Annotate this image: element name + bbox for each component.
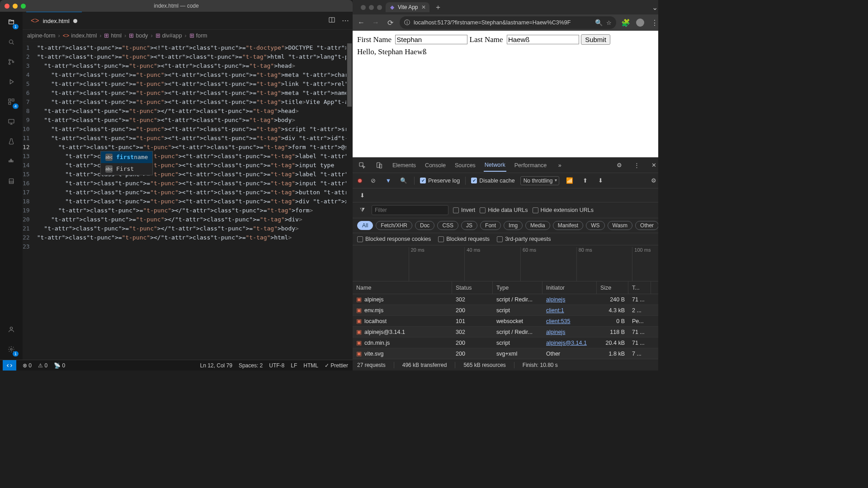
network-settings-icon[interactable]: ⚙ — [649, 176, 658, 186]
extensions-puzzle-icon[interactable]: 🧩 — [621, 18, 631, 28]
breadcrumbs[interactable]: alpine-form› <>index.html› ⊞html› ⊞body›… — [23, 30, 353, 42]
browser-tab[interactable]: ◆ Vite App ✕ — [386, 2, 429, 12]
code-editor[interactable]: 1234567891011121314151617181920212223 "t… — [23, 42, 353, 360]
autocomplete-item[interactable]: abcfirstname — [101, 151, 152, 163]
type-chip[interactable]: Other — [635, 221, 658, 230]
forward-button[interactable]: → — [371, 18, 381, 28]
table-row[interactable]: ▣cdn.min.js200scriptalpinejs@3.14.120.4 … — [353, 338, 658, 348]
type-chip[interactable]: All — [357, 221, 373, 230]
autocomplete-popup[interactable]: abcfirstnameabcFirst — [100, 151, 153, 175]
warnings-count[interactable]: ⚠ 0 — [38, 362, 47, 369]
filter-input[interactable] — [372, 205, 448, 215]
inspect-element-icon[interactable] — [357, 160, 367, 170]
explorer-icon[interactable]: 1 — [5, 16, 17, 28]
invert-checkbox[interactable]: Invert — [453, 207, 475, 213]
type-chip[interactable]: CSS — [437, 221, 458, 230]
waterfall-overview[interactable]: 20 ms40 ms60 ms80 ms100 ms — [353, 245, 658, 282]
filter-toggle-icon[interactable]: ▼ — [383, 176, 393, 186]
autocomplete-item[interactable]: abcFirst — [101, 163, 152, 175]
search-network-icon[interactable]: 🔍 — [399, 176, 409, 186]
type-chip[interactable]: Img — [504, 221, 523, 230]
import-har-icon[interactable]: ⬆ — [580, 176, 590, 186]
tab-elements[interactable]: Elements — [392, 160, 417, 171]
type-chip[interactable]: Doc — [415, 221, 434, 230]
minimize-dot-icon[interactable] — [369, 5, 374, 10]
third-party-checkbox[interactable]: 3rd-party requests — [497, 236, 551, 242]
throttling-select[interactable]: No throttling — [520, 176, 560, 185]
record-button[interactable] — [357, 178, 363, 183]
devtools-kebab-icon[interactable]: ⋮ — [632, 160, 642, 170]
remote-explorer-icon[interactable] — [5, 116, 17, 127]
bookmark-star-icon[interactable]: ☆ — [606, 19, 612, 26]
first-name-input[interactable] — [395, 35, 467, 44]
kebab-menu-icon[interactable]: ⋮ — [650, 18, 658, 28]
site-info-icon[interactable]: ⓘ — [404, 19, 410, 27]
eol[interactable]: LF — [291, 362, 297, 369]
submit-button[interactable] — [581, 34, 610, 45]
traffic-lights-inactive[interactable] — [361, 5, 382, 10]
testing-icon[interactable] — [5, 136, 17, 147]
more-actions-icon[interactable]: ⋯ — [342, 16, 349, 25]
chevron-down-icon[interactable]: ⌄ — [650, 2, 658, 12]
encoding[interactable]: UTF-8 — [269, 362, 284, 369]
clear-icon[interactable]: ⊘ — [368, 176, 378, 186]
table-row[interactable]: ▣env.mjs200scriptclient:14.3 kB2 ... — [353, 305, 658, 316]
zoom-icon[interactable]: 🔍 — [595, 19, 603, 26]
tab-console[interactable]: Console — [424, 160, 447, 171]
table-header[interactable]: NameStatusTypeInitiatorSizeT... — [353, 282, 658, 294]
type-chip[interactable]: JS — [461, 221, 477, 230]
table-row[interactable]: ▣localhost101websocketclient:5350 BPe... — [353, 316, 658, 327]
account-icon[interactable] — [5, 324, 17, 335]
reload-button[interactable]: ⟳ — [385, 18, 395, 28]
port-indicator[interactable]: 📡 0 — [54, 362, 65, 369]
new-tab-button[interactable]: ＋ — [433, 2, 443, 12]
column-header[interactable]: Type — [493, 282, 542, 294]
table-row[interactable]: ▣vite.svg200svg+xmlOther1.8 kB7 ... — [353, 348, 658, 359]
language-mode[interactable]: HTML — [303, 362, 318, 369]
close-tab-icon[interactable]: ✕ — [421, 4, 426, 10]
type-chip[interactable]: Wasm — [608, 221, 633, 230]
settings-gear-icon[interactable]: 1 — [5, 343, 17, 355]
tab-index-html[interactable]: <> index.html — [26, 12, 82, 29]
last-name-input[interactable] — [507, 35, 579, 44]
search-icon[interactable] — [5, 36, 17, 48]
type-chip[interactable]: Font — [480, 221, 501, 230]
type-chip[interactable]: Media — [525, 221, 550, 230]
table-row[interactable]: ▣alpinejs@3.14.1302script / Redir...alpi… — [353, 327, 658, 338]
filter-funnel-icon[interactable]: ⧩ — [357, 205, 367, 215]
type-chip[interactable]: Fetch/XHR — [376, 221, 412, 230]
devtools-settings-icon[interactable]: ⚙ — [614, 160, 624, 170]
device-toggle-icon[interactable] — [374, 160, 384, 170]
type-chip[interactable]: WS — [586, 221, 604, 230]
prettier-status[interactable]: ✓ Prettier — [325, 362, 348, 369]
profile-avatar-icon[interactable] — [635, 18, 645, 28]
blocked-requests-checkbox[interactable]: Blocked requests — [438, 236, 490, 242]
table-row[interactable]: ▣alpinejs302script / Redir...alpinejs240… — [353, 294, 658, 305]
blocked-cookies-checkbox[interactable]: Blocked response cookies — [357, 236, 431, 242]
network-conditions-icon[interactable]: 📶 — [565, 176, 575, 186]
column-header[interactable]: T... — [628, 282, 651, 294]
disable-cache-checkbox[interactable]: ✔Disable cache — [471, 178, 515, 184]
source-control-icon[interactable] — [5, 56, 17, 68]
download-icon[interactable]: ⬇ — [357, 190, 367, 200]
docker-icon[interactable] — [5, 155, 17, 167]
back-button[interactable]: ← — [356, 18, 366, 28]
column-header[interactable]: Name — [353, 282, 452, 294]
preserve-log-checkbox[interactable]: ✔Preserve log — [420, 178, 460, 184]
omnibox[interactable]: ⓘ localhost:5173/?firstname=Stephan&last… — [400, 16, 616, 29]
tab-network[interactable]: Network — [484, 159, 506, 172]
close-dot-icon[interactable] — [361, 5, 366, 10]
tab-sources[interactable]: Sources — [454, 160, 476, 171]
run-debug-icon[interactable] — [5, 76, 17, 88]
column-header[interactable]: Initiator — [542, 282, 597, 294]
hide-extension-urls-checkbox[interactable]: Hide extension URLs — [533, 207, 594, 213]
remote-indicator-icon[interactable] — [3, 360, 16, 371]
minimap[interactable] — [346, 42, 353, 360]
bookmarks-icon[interactable] — [5, 175, 17, 187]
errors-count[interactable]: ⊗ 0 — [23, 362, 32, 369]
tab-performance[interactable]: Performance — [514, 160, 548, 171]
column-header[interactable]: Status — [452, 282, 493, 294]
split-editor-icon[interactable] — [328, 16, 335, 25]
hide-data-urls-checkbox[interactable]: Hide data URLs — [480, 207, 528, 213]
column-header[interactable]: Size — [597, 282, 628, 294]
